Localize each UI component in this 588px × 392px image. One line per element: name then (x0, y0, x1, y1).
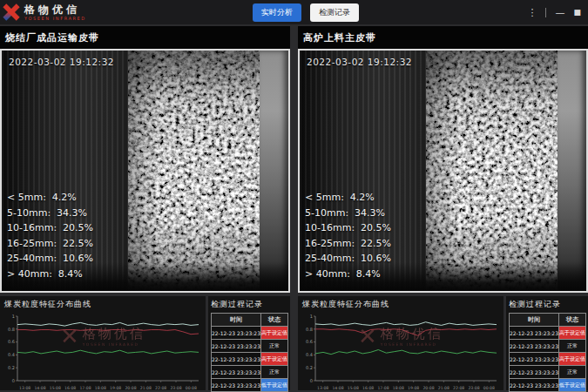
record-time: 22-12-23 23:23:23 (509, 366, 558, 379)
panel-title: 高炉上料主皮带 (298, 26, 588, 49)
minimize-button[interactable]: — (555, 8, 564, 17)
particle-size-stats: < 5mm:4.2% 5-10mm:34.3% 10-16mm:20.5% 16… (7, 190, 93, 281)
record-row: 22-12-23 23:23:23高于设定值 (509, 353, 585, 366)
detection-records-button[interactable]: 检测记录 (310, 3, 359, 22)
record-time: 22-12-23 23:23:23 (211, 353, 260, 366)
svg-text:15:08: 15:08 (50, 386, 61, 390)
window-controls: ⋮ — ■ (527, 0, 581, 24)
particle-stat-line: > 40mm:8.4% (7, 267, 93, 282)
record-status-badge: 正常 (261, 340, 288, 353)
svg-text:17:08: 17:08 (377, 386, 389, 390)
svg-text:16:08: 16:08 (64, 386, 76, 390)
brand-logo: 格物优信 YOSEEN INFRARED (0, 3, 86, 22)
svg-text:00:08: 00:08 (483, 386, 495, 390)
record-status-badge: 正常 (559, 340, 586, 353)
belt-edge (260, 51, 288, 291)
detection-records-box[interactable]: 检测过程记录 时间状态 22-12-23 23:23:23高于设定值22-12-… (506, 296, 588, 390)
svg-text:14:08: 14:08 (332, 386, 343, 390)
svg-text:19:08: 19:08 (110, 386, 121, 390)
svg-text:23:08: 23:08 (468, 386, 479, 390)
particle-stat-line: 25-40mm:10.6% (305, 251, 391, 267)
panel-bottom-row: 煤炭粒度特征分布曲线 00.20.40.60.8113:0814:0815:08… (0, 296, 290, 390)
record-row: 22-12-23 23:23:23正常 (509, 366, 585, 379)
maximize-button[interactable]: ■ (573, 9, 581, 17)
chart-title: 煤炭粒度特征分布曲线 (302, 299, 504, 310)
records-title: 检测过程记录 (211, 299, 288, 310)
distribution-chart: 00.20.40.60.8113:0814:0815:0816:0817:081… (302, 311, 501, 392)
svg-text:19:08: 19:08 (408, 386, 419, 390)
panel-bottom-row: 煤炭粒度特征分布曲线 00.20.40.60.8113:0814:0815:08… (298, 296, 588, 390)
particle-stat-line: < 5mm:4.2% (7, 190, 93, 206)
app-root: 格物优信 YOSEEN INFRARED 实时分析 检测记录 ⋮ — ■ 烧结厂… (0, 0, 588, 392)
svg-text:13:08: 13:08 (317, 386, 328, 390)
detection-records-box[interactable]: 检测过程记录 时间状态 22-12-23 23:23:23高于设定值22-12-… (208, 296, 290, 390)
svg-text:0.6: 0.6 (8, 339, 15, 344)
svg-text:0.2: 0.2 (8, 365, 15, 370)
particle-stat-line: 10-16mm:20.5% (7, 220, 93, 236)
panels-container: 烧结厂成品运输皮带 ✕ 2022-03-02 19:12:32 < 5mm:4.… (0, 24, 588, 390)
svg-text:1: 1 (12, 314, 15, 319)
svg-text:22:08: 22:08 (155, 386, 166, 390)
svg-text:23:08: 23:08 (170, 386, 181, 390)
record-time: 22-12-23 23:23:23 (211, 379, 260, 392)
svg-text:0: 0 (310, 378, 313, 383)
particle-size-stats: < 5mm:4.2% 5-10mm:34.3% 10-16mm:20.5% 16… (305, 190, 391, 281)
record-status-badge: 高于设定值 (559, 353, 586, 366)
brand-subtitle: YOSEEN INFRARED (24, 17, 86, 21)
video-feed: ✕ 2022-03-02 19:12:32 < 5mm:4.2% 5-10mm:… (298, 49, 588, 293)
svg-text:18:08: 18:08 (95, 386, 106, 390)
svg-text:13:08: 13:08 (19, 386, 30, 390)
particle-stat-line: 10-16mm:20.5% (305, 220, 391, 236)
distribution-chart-box: 煤炭粒度特征分布曲线 00.20.40.60.8113:0814:0815:08… (0, 296, 206, 390)
menu-kebab-icon[interactable]: ⋮ (527, 8, 537, 17)
record-status-badge: 低于设定值 (261, 379, 288, 392)
record-row: 22-12-23 23:23:23正常 (211, 366, 287, 379)
panel-title: 烧结厂成品运输皮带 (0, 26, 290, 49)
record-row: 22-12-23 23:23:23低于设定值 (509, 379, 585, 392)
records-header-row: 时间状态 (509, 314, 585, 327)
record-status-badge: 低于设定值 (559, 379, 586, 392)
main-toolbar: 实时分析 检测记录 (253, 0, 359, 24)
records-column-header: 状态 (261, 314, 288, 327)
record-row: 22-12-23 23:23:23低于设定值 (211, 379, 287, 392)
records-table: 时间状态 22-12-23 23:23:23高于设定值22-12-23 23:2… (211, 313, 288, 392)
svg-text:0.8: 0.8 (8, 327, 15, 332)
shading-overlay (426, 51, 558, 291)
record-status-badge: 正常 (559, 366, 586, 379)
separator (545, 8, 546, 17)
video-timestamp: 2022-03-02 19:12:32 (307, 57, 412, 67)
record-time: 22-12-23 23:23:23 (509, 327, 558, 340)
particle-stat-line: 16-25mm:22.5% (7, 236, 93, 252)
particle-stat-line: 5-10mm:34.3% (305, 206, 391, 221)
svg-text:16:08: 16:08 (362, 386, 374, 390)
records-column-header: 时间 (211, 314, 260, 327)
svg-text:21:08: 21:08 (438, 386, 449, 390)
svg-text:21:08: 21:08 (140, 386, 152, 390)
record-time: 22-12-23 23:23:23 (211, 340, 260, 353)
svg-text:0.6: 0.6 (306, 339, 313, 344)
svg-text:22:08: 22:08 (453, 386, 464, 390)
video-timestamp: 2022-03-02 19:12:32 (9, 57, 114, 67)
record-status-badge: 高于设定值 (559, 327, 586, 340)
svg-text:20:08: 20:08 (125, 386, 136, 390)
chart-title: 煤炭粒度特征分布曲线 (4, 299, 206, 310)
record-time: 22-12-23 23:23:23 (509, 340, 558, 353)
belt-edge (558, 51, 586, 291)
svg-text:0.4: 0.4 (8, 352, 15, 357)
svg-text:18:08: 18:08 (393, 386, 404, 390)
record-time: 22-12-23 23:23:23 (509, 379, 558, 392)
records-header-row: 时间状态 (211, 314, 287, 327)
svg-text:20:08: 20:08 (422, 386, 434, 390)
record-row: 22-12-23 23:23:23高于设定值 (211, 327, 287, 340)
svg-text:0: 0 (12, 378, 15, 383)
shading-overlay (128, 51, 260, 291)
top-bar: 格物优信 YOSEEN INFRARED 实时分析 检测记录 ⋮ — ■ (0, 0, 588, 24)
distribution-chart: 00.20.40.60.8113:0814:0815:0816:0817:081… (4, 311, 203, 392)
realtime-analysis-button[interactable]: 实时分析 (253, 3, 301, 22)
brand-name: 格物优信 (24, 4, 86, 15)
record-time: 22-12-23 23:23:23 (211, 327, 260, 340)
record-time: 22-12-23 23:23:23 (509, 353, 558, 366)
svg-text:00:08: 00:08 (186, 386, 197, 390)
record-status-badge: 高于设定值 (261, 327, 288, 340)
record-status-badge: 正常 (261, 366, 288, 379)
